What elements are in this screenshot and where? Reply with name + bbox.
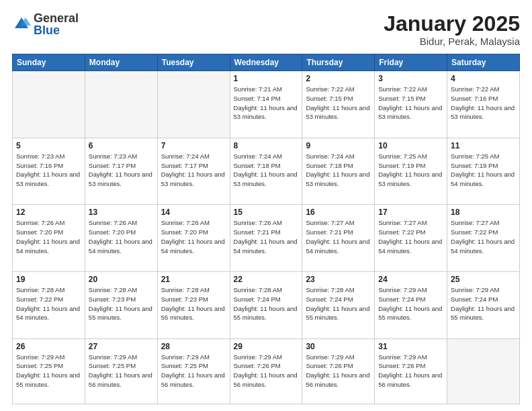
calendar-cell: 15Sunrise: 7:26 AMSunset: 7:21 PMDayligh… [230, 205, 302, 272]
day-number: 28 [161, 342, 226, 351]
day-number: 7 [161, 141, 226, 150]
calendar-cell [13, 71, 85, 138]
day-number: 19 [16, 275, 81, 284]
day-info: Sunrise: 7:29 AMSunset: 7:25 PMDaylight:… [16, 353, 81, 390]
calendar-week-row: 12Sunrise: 7:26 AMSunset: 7:20 PMDayligh… [13, 205, 520, 272]
weekday-header: Tuesday [157, 54, 230, 71]
day-info: Sunrise: 7:29 AMSunset: 7:24 PMDaylight:… [378, 285, 443, 322]
calendar-cell: 13Sunrise: 7:26 AMSunset: 7:20 PMDayligh… [85, 205, 157, 272]
day-number: 31 [378, 342, 443, 351]
calendar-week-row: 26Sunrise: 7:29 AMSunset: 7:25 PMDayligh… [13, 338, 520, 404]
day-number: 5 [16, 141, 81, 150]
day-info: Sunrise: 7:28 AMSunset: 7:22 PMDaylight:… [16, 285, 81, 322]
calendar-week-row: 19Sunrise: 7:28 AMSunset: 7:22 PMDayligh… [13, 272, 520, 339]
day-info: Sunrise: 7:26 AMSunset: 7:20 PMDaylight:… [16, 218, 81, 255]
calendar-cell: 23Sunrise: 7:28 AMSunset: 7:24 PMDayligh… [302, 272, 375, 339]
day-info: Sunrise: 7:24 AMSunset: 7:18 PMDaylight:… [234, 152, 299, 189]
calendar-cell: 6Sunrise: 7:23 AMSunset: 7:17 PMDaylight… [85, 138, 157, 205]
calendar-cell: 31Sunrise: 7:29 AMSunset: 7:26 PMDayligh… [375, 338, 447, 404]
day-info: Sunrise: 7:27 AMSunset: 7:21 PMDaylight:… [306, 218, 371, 255]
day-info: Sunrise: 7:22 AMSunset: 7:15 PMDaylight:… [378, 85, 443, 122]
calendar-cell [85, 71, 157, 138]
weekday-header: Monday [85, 54, 157, 71]
day-number: 4 [451, 74, 516, 83]
day-number: 27 [89, 342, 154, 351]
day-number: 9 [306, 141, 371, 150]
calendar-title: January 2025 [384, 12, 520, 36]
calendar-cell: 14Sunrise: 7:26 AMSunset: 7:20 PMDayligh… [157, 205, 230, 272]
day-info: Sunrise: 7:29 AMSunset: 7:26 PMDaylight:… [306, 353, 371, 390]
day-info: Sunrise: 7:29 AMSunset: 7:25 PMDaylight:… [89, 353, 154, 390]
weekday-header: Saturday [447, 54, 520, 71]
day-info: Sunrise: 7:25 AMSunset: 7:19 PMDaylight:… [451, 152, 516, 189]
day-info: Sunrise: 7:29 AMSunset: 7:26 PMDaylight:… [378, 353, 443, 390]
day-number: 6 [89, 141, 154, 150]
day-number: 2 [306, 74, 371, 83]
header: General Blue January 2025 Bidur, Perak, … [12, 12, 520, 47]
weekday-header-row: SundayMondayTuesdayWednesdayThursdayFrid… [13, 54, 520, 71]
calendar-subtitle: Bidur, Perak, Malaysia [384, 36, 520, 47]
calendar-cell: 2Sunrise: 7:22 AMSunset: 7:15 PMDaylight… [302, 71, 375, 138]
day-number: 20 [89, 275, 154, 284]
day-info: Sunrise: 7:26 AMSunset: 7:20 PMDaylight:… [89, 218, 154, 255]
calendar-cell: 16Sunrise: 7:27 AMSunset: 7:21 PMDayligh… [302, 205, 375, 272]
day-number: 8 [234, 141, 299, 150]
day-info: Sunrise: 7:23 AMSunset: 7:16 PMDaylight:… [16, 152, 81, 189]
day-info: Sunrise: 7:24 AMSunset: 7:18 PMDaylight:… [306, 152, 371, 189]
day-info: Sunrise: 7:29 AMSunset: 7:25 PMDaylight:… [161, 353, 226, 390]
day-number: 26 [16, 342, 81, 351]
calendar-cell: 20Sunrise: 7:28 AMSunset: 7:23 PMDayligh… [85, 272, 157, 339]
calendar-cell: 17Sunrise: 7:27 AMSunset: 7:22 PMDayligh… [375, 205, 447, 272]
calendar-table: SundayMondayTuesdayWednesdayThursdayFrid… [12, 54, 520, 404]
weekday-header: Sunday [13, 54, 85, 71]
day-number: 1 [234, 74, 299, 83]
day-info: Sunrise: 7:28 AMSunset: 7:24 PMDaylight:… [234, 285, 299, 322]
day-number: 24 [378, 275, 443, 284]
logo-icon [12, 15, 31, 34]
day-number: 11 [451, 141, 516, 150]
calendar-cell [447, 338, 520, 404]
weekday-header: Thursday [302, 54, 375, 71]
day-info: Sunrise: 7:29 AMSunset: 7:26 PMDaylight:… [234, 353, 299, 390]
calendar-cell: 30Sunrise: 7:29 AMSunset: 7:26 PMDayligh… [302, 338, 375, 404]
day-number: 13 [89, 208, 154, 217]
logo-general: General [34, 12, 79, 24]
day-info: Sunrise: 7:25 AMSunset: 7:19 PMDaylight:… [378, 152, 443, 189]
day-number: 16 [306, 208, 371, 217]
weekday-header: Wednesday [230, 54, 302, 71]
day-number: 23 [306, 275, 371, 284]
day-info: Sunrise: 7:29 AMSunset: 7:24 PMDaylight:… [451, 285, 516, 322]
day-number: 29 [234, 342, 299, 351]
calendar-cell: 19Sunrise: 7:28 AMSunset: 7:22 PMDayligh… [13, 272, 85, 339]
day-number: 30 [306, 342, 371, 351]
page: General Blue January 2025 Bidur, Perak, … [0, 0, 532, 411]
calendar-cell: 18Sunrise: 7:27 AMSunset: 7:22 PMDayligh… [447, 205, 520, 272]
calendar-cell: 26Sunrise: 7:29 AMSunset: 7:25 PMDayligh… [13, 338, 85, 404]
day-number: 18 [451, 208, 516, 217]
weekday-header: Friday [375, 54, 447, 71]
logo-text: General Blue [34, 12, 79, 36]
calendar-cell: 3Sunrise: 7:22 AMSunset: 7:15 PMDaylight… [375, 71, 447, 138]
day-info: Sunrise: 7:22 AMSunset: 7:16 PMDaylight:… [451, 85, 516, 122]
calendar-cell: 10Sunrise: 7:25 AMSunset: 7:19 PMDayligh… [375, 138, 447, 205]
calendar-cell: 7Sunrise: 7:24 AMSunset: 7:17 PMDaylight… [157, 138, 230, 205]
calendar-cell: 29Sunrise: 7:29 AMSunset: 7:26 PMDayligh… [230, 338, 302, 404]
calendar-cell: 1Sunrise: 7:21 AMSunset: 7:14 PMDaylight… [230, 71, 302, 138]
calendar-cell: 28Sunrise: 7:29 AMSunset: 7:25 PMDayligh… [157, 338, 230, 404]
day-number: 21 [161, 275, 226, 284]
calendar-cell: 9Sunrise: 7:24 AMSunset: 7:18 PMDaylight… [302, 138, 375, 205]
day-info: Sunrise: 7:26 AMSunset: 7:20 PMDaylight:… [161, 218, 226, 255]
day-number: 22 [234, 275, 299, 284]
day-info: Sunrise: 7:28 AMSunset: 7:23 PMDaylight:… [89, 285, 154, 322]
day-info: Sunrise: 7:27 AMSunset: 7:22 PMDaylight:… [451, 218, 516, 255]
day-info: Sunrise: 7:24 AMSunset: 7:17 PMDaylight:… [161, 152, 226, 189]
logo: General Blue [12, 12, 79, 36]
day-info: Sunrise: 7:28 AMSunset: 7:23 PMDaylight:… [161, 285, 226, 322]
calendar-cell: 22Sunrise: 7:28 AMSunset: 7:24 PMDayligh… [230, 272, 302, 339]
logo-blue: Blue [34, 24, 79, 36]
day-number: 25 [451, 275, 516, 284]
title-block: January 2025 Bidur, Perak, Malaysia [384, 12, 520, 47]
day-number: 10 [378, 141, 443, 150]
calendar-cell: 27Sunrise: 7:29 AMSunset: 7:25 PMDayligh… [85, 338, 157, 404]
day-info: Sunrise: 7:22 AMSunset: 7:15 PMDaylight:… [306, 85, 371, 122]
